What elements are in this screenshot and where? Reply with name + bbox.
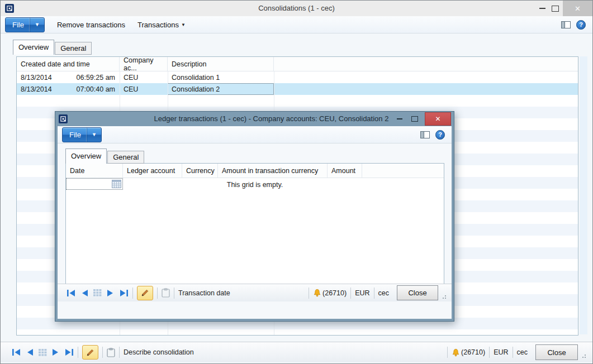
dynamics-ax-glyph [60, 116, 67, 122]
statusbar-divider [489, 347, 490, 358]
close-icon: ✕ [575, 4, 581, 13]
resize-grip[interactable] [580, 352, 586, 358]
statusbar-divider [374, 288, 374, 299]
statusbar-divider [119, 347, 120, 358]
column-header-ledger-account[interactable]: Ledger account [123, 164, 182, 178]
cell-company[interactable]: CEU [120, 71, 168, 83]
main-close-form-button[interactable]: Close [535, 344, 578, 360]
notification-count[interactable]: (26710) [322, 289, 347, 297]
main-titlebar: Consolidations (1 - cec) ✕ [1, 1, 592, 17]
vertical-scrollbar[interactable] [580, 56, 587, 334]
previous-record-icon[interactable] [26, 348, 34, 356]
layout-panes-icon[interactable] [420, 131, 430, 138]
cell-created-datetime[interactable]: 8/13/2014 07:00:40 am [17, 83, 120, 95]
first-record-icon[interactable] [67, 289, 76, 297]
notifications-bell-icon[interactable] [313, 289, 321, 297]
main-maximize-button[interactable] [552, 1, 559, 16]
child-statusbar: Transaction date (26710) EUR cec Close [58, 284, 452, 301]
first-record-icon[interactable] [12, 348, 21, 356]
clipboard-icon[interactable] [107, 348, 115, 357]
cell-description[interactable]: Consolidation 1 [168, 71, 274, 83]
child-minimize-button[interactable] [397, 112, 402, 126]
menu-item-transactions[interactable]: Transactions ▼ [137, 21, 186, 29]
main-tab-overview[interactable]: Overview [13, 40, 54, 55]
edit-record-button[interactable] [82, 345, 98, 360]
resize-grip[interactable] [440, 293, 446, 299]
maximize-icon [552, 6, 559, 12]
child-close-form-button[interactable]: Close [397, 285, 438, 300]
consolidations-window: { "glyphs": { "file_arrow": "▼", "menu_a… [0, 0, 593, 364]
main-minimize-button[interactable] [539, 1, 545, 16]
previous-record-icon[interactable] [81, 289, 88, 297]
transactions-dropdown-icon: ▼ [181, 22, 186, 27]
close-icon: ✕ [435, 115, 440, 123]
column-header-empty [362, 164, 444, 178]
main-menubar-right: ? [561, 20, 592, 30]
child-statusbar-right: (26710) EUR cec Close [305, 285, 447, 300]
status-company: cec [517, 348, 528, 356]
notifications-bell-icon[interactable] [452, 348, 460, 357]
child-menubar: File ▼ ? [58, 126, 452, 143]
last-record-icon[interactable] [64, 348, 74, 356]
column-header-company-accounts[interactable]: Company ac... [120, 57, 168, 71]
help-icon[interactable]: ? [435, 130, 445, 140]
pencil-icon [141, 289, 149, 297]
cell-description-focused[interactable]: Consolidation 2 [168, 83, 274, 95]
statusbar-divider [513, 347, 513, 358]
grid-header: Created date and time Company ac... Desc… [17, 57, 578, 71]
clipboard-icon[interactable] [162, 288, 170, 298]
main-statusbar-right: (26710) EUR cec Close [443, 344, 587, 360]
child-menubar-right: ? [420, 130, 452, 140]
child-tab-general[interactable]: General [107, 151, 144, 164]
child-close-button[interactable]: ✕ [425, 112, 451, 126]
cell-time: 07:00:40 am [77, 85, 116, 93]
minimize-icon [397, 118, 402, 119]
edit-record-button[interactable] [137, 286, 153, 300]
notification-count[interactable]: (26710) [461, 348, 485, 356]
column-header-date[interactable]: Date [66, 164, 123, 178]
file-menu-label: File [69, 131, 87, 139]
record-navigation [12, 348, 74, 356]
maximize-icon [411, 116, 418, 122]
statusbar-divider [132, 288, 133, 299]
status-company: cec [378, 289, 389, 297]
statusbar-divider [447, 347, 448, 358]
next-record-icon[interactable] [107, 289, 114, 297]
help-icon[interactable]: ? [576, 20, 586, 30]
menu-item-remove-transactions[interactable]: Remove transactions [57, 21, 125, 29]
cell-time: 06:59:25 am [77, 74, 116, 82]
table-row-selected[interactable]: 8/13/2014 07:00:40 am CEU Consolidation … [17, 83, 578, 95]
child-tabstrip: Overview General [65, 149, 144, 164]
next-record-icon[interactable] [52, 348, 59, 356]
remove-transactions-label: Remove transactions [57, 21, 125, 29]
status-hint: Describe consolidation [124, 348, 194, 356]
column-header-created-date-time[interactable]: Created date and time [17, 57, 120, 71]
table-row[interactable]: 8/13/2014 06:59:25 am CEU Consolidation … [17, 71, 578, 83]
column-header-currency[interactable]: Currency [182, 164, 218, 178]
cell-created-datetime[interactable]: 8/13/2014 06:59:25 am [17, 71, 120, 83]
cell-company[interactable]: CEU [120, 83, 168, 95]
transactions-label: Transactions [137, 21, 179, 29]
file-menu-dropdown-icon: ▼ [30, 18, 44, 32]
column-header-empty [274, 57, 578, 71]
column-header-amount[interactable]: Amount [328, 164, 362, 178]
grid-view-icon[interactable] [39, 349, 47, 356]
column-header-description[interactable]: Description [168, 57, 274, 71]
child-titlebar: Ledger transactions (1 - cec) - Company … [55, 112, 454, 126]
grid-header: Date Ledger account Currency Amount in t… [66, 164, 444, 178]
status-currency: EUR [494, 348, 508, 356]
statusbar-divider [309, 288, 309, 299]
grid-view-icon[interactable] [93, 289, 102, 296]
pencil-icon [86, 348, 94, 357]
statusbar-divider [174, 288, 174, 299]
file-menu-label: File [12, 21, 30, 29]
main-file-menu-button[interactable]: File ▼ [5, 17, 45, 32]
child-file-menu-button[interactable]: File ▼ [62, 127, 102, 142]
layout-panes-icon[interactable] [561, 21, 571, 28]
column-header-amount-transaction-currency[interactable]: Amount in transaction currency [218, 164, 328, 178]
child-maximize-button[interactable] [411, 112, 418, 126]
main-tab-general[interactable]: General [55, 42, 92, 55]
child-tab-overview[interactable]: Overview [65, 149, 107, 164]
main-close-button[interactable]: ✕ [563, 1, 592, 16]
last-record-icon[interactable] [119, 289, 129, 297]
